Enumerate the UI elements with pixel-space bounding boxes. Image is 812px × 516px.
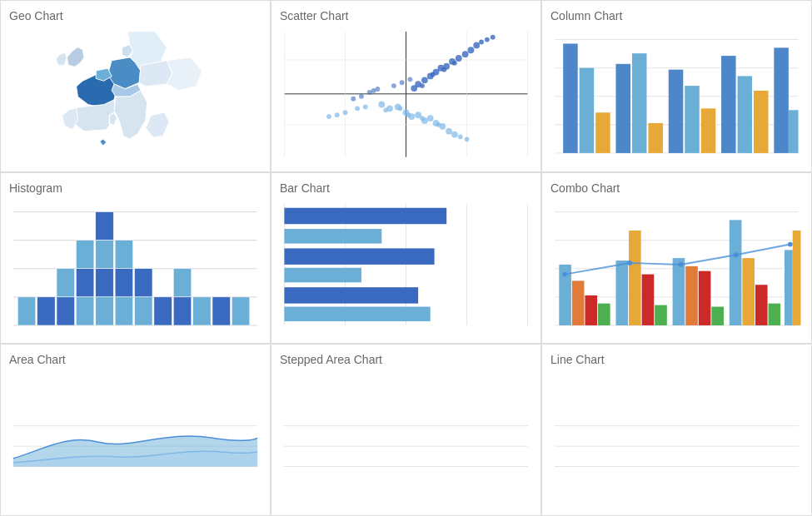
svg-point-38: [406, 112, 411, 117]
svg-rect-125: [615, 260, 628, 325]
svg-rect-133: [730, 220, 742, 325]
svg-point-16: [456, 55, 462, 62]
bar-chart-svg: [280, 200, 532, 334]
svg-rect-127: [642, 274, 655, 325]
line-chart-area: [550, 371, 803, 505]
svg-point-12: [411, 85, 417, 92]
svg-rect-100: [173, 268, 191, 296]
combo-chart-title: Combo Chart: [550, 181, 803, 195]
bar-chart-area: [280, 200, 532, 334]
bar-chart-title: Bar Chart: [280, 181, 532, 195]
svg-point-140: [627, 260, 632, 265]
svg-point-56: [491, 35, 496, 40]
area-chart-cell: Area Chart: [0, 344, 271, 516]
column-chart-cell: Column Chart: [541, 0, 812, 172]
svg-rect-130: [685, 266, 698, 325]
svg-rect-69: [648, 123, 663, 153]
svg-rect-98: [135, 297, 152, 325]
svg-point-143: [788, 241, 793, 246]
svg-point-34: [446, 128, 452, 135]
svg-rect-77: [789, 110, 799, 153]
svg-rect-96: [115, 297, 132, 325]
svg-point-19: [473, 42, 480, 49]
svg-rect-104: [232, 297, 249, 325]
column-chart-area: [550, 27, 803, 161]
stepped-area-chart-title: Stepped Area Chart: [280, 353, 532, 366]
svg-rect-137: [785, 250, 793, 325]
svg-point-18: [467, 47, 474, 53]
geo-chart-cell: Geo Chart: [0, 0, 271, 172]
svg-rect-88: [76, 268, 93, 296]
svg-point-24: [378, 102, 385, 108]
stepped-area-chart-cell: Stepped Area Chart: [271, 344, 541, 516]
scatter-chart-title: Scatter Chart: [280, 9, 532, 22]
svg-rect-73: [721, 56, 736, 153]
line-chart-cell: Line Chart: [541, 344, 812, 516]
svg-rect-131: [699, 270, 711, 325]
svg-rect-99: [154, 297, 172, 325]
svg-rect-103: [212, 297, 230, 325]
svg-rect-72: [701, 108, 716, 153]
svg-point-49: [326, 114, 331, 119]
svg-rect-70: [669, 70, 684, 153]
scatter-chart-cell: Scatter Chart: [271, 0, 541, 172]
svg-point-57: [458, 135, 463, 140]
svg-point-41: [351, 97, 356, 102]
svg-rect-115: [284, 306, 430, 321]
area-chart-title: Area Chart: [9, 353, 262, 366]
svg-point-55: [485, 37, 490, 42]
svg-rect-113: [284, 267, 361, 282]
svg-point-17: [462, 51, 469, 57]
svg-rect-122: [572, 280, 585, 325]
svg-point-46: [391, 83, 396, 88]
svg-rect-71: [685, 86, 700, 153]
svg-point-52: [355, 106, 360, 111]
svg-point-31: [427, 115, 434, 122]
svg-rect-83: [17, 297, 35, 325]
svg-rect-135: [755, 285, 768, 325]
svg-point-45: [376, 87, 381, 92]
area-chart-area: [9, 371, 262, 505]
svg-rect-112: [284, 248, 434, 264]
svg-point-141: [678, 262, 683, 267]
svg-rect-123: [585, 295, 597, 325]
svg-rect-92: [96, 268, 113, 296]
histogram-area: [9, 200, 262, 334]
svg-rect-128: [655, 305, 667, 325]
svg-rect-138: [793, 231, 801, 325]
svg-rect-65: [580, 68, 595, 153]
svg-rect-66: [595, 112, 610, 153]
svg-point-9: [421, 77, 428, 83]
combo-chart-svg: [550, 200, 803, 334]
svg-rect-136: [769, 303, 781, 325]
column-chart-svg: [550, 27, 803, 161]
combo-chart-cell: Combo Chart: [541, 172, 812, 345]
svg-rect-93: [96, 297, 113, 325]
column-chart-title: Column Chart: [550, 9, 803, 22]
stepped-area-chart-area: [280, 371, 532, 505]
svg-point-23: [452, 61, 457, 66]
line-chart-svg: [550, 371, 803, 505]
svg-point-54: [479, 40, 484, 45]
scatter-chart-area: [280, 27, 532, 161]
svg-rect-84: [37, 297, 55, 325]
svg-point-47: [400, 80, 405, 85]
svg-point-58: [465, 136, 470, 141]
svg-point-37: [398, 106, 403, 111]
svg-rect-75: [754, 91, 769, 153]
svg-rect-86: [57, 297, 74, 325]
svg-rect-111: [284, 229, 381, 244]
svg-point-139: [562, 271, 567, 276]
svg-point-21: [431, 72, 436, 77]
geo-chart-area: [9, 27, 262, 161]
svg-rect-97: [135, 268, 152, 296]
svg-rect-87: [76, 240, 93, 268]
svg-point-42: [359, 94, 364, 99]
svg-rect-91: [96, 240, 113, 268]
svg-rect-76: [774, 47, 789, 153]
svg-rect-74: [738, 76, 753, 152]
svg-point-48: [407, 77, 412, 82]
svg-rect-90: [96, 211, 113, 240]
svg-point-51: [343, 110, 348, 115]
svg-rect-124: [598, 303, 610, 325]
